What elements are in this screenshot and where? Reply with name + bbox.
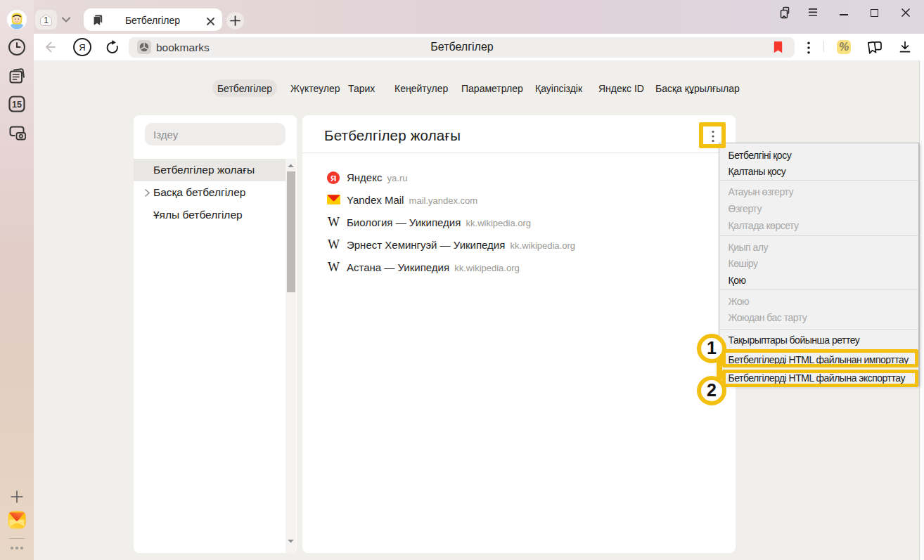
svg-text:1: 1 <box>44 15 49 25</box>
svg-text:15: 15 <box>12 100 22 110</box>
svg-text:Я: Я <box>331 174 336 183</box>
svg-text:Я: Я <box>79 42 85 53</box>
